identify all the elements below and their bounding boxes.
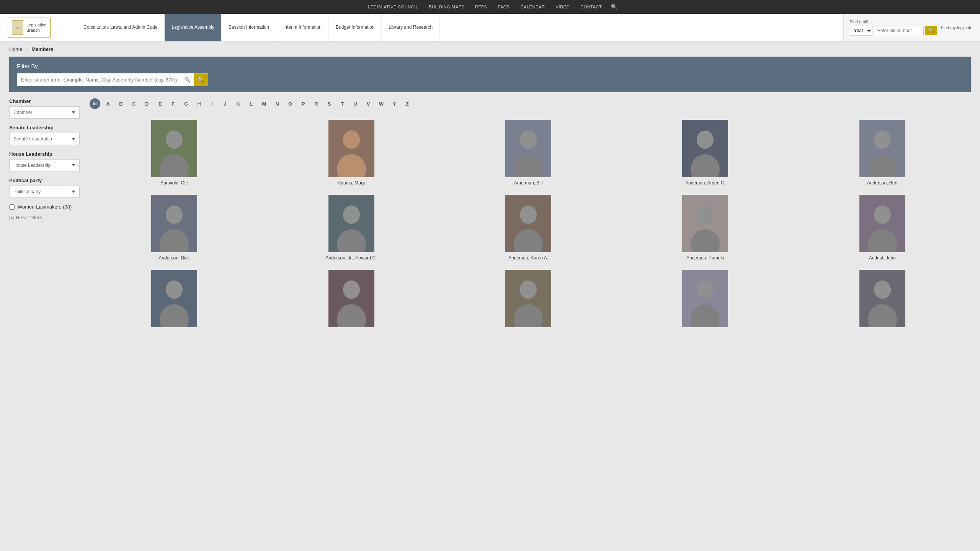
find-bill-label: Find a bill [850,20,937,24]
senate-leadership-select[interactable]: Senate Leadership [9,133,80,145]
member-card[interactable]: Andrist, John [794,190,971,265]
nav-constitution[interactable]: Constitution, Laws, and Admin Code [77,14,165,41]
svg-point-12 [697,130,714,149]
alpha-b-button[interactable]: B [116,98,126,109]
nav-legislative-council[interactable]: Legislative Council [363,5,424,9]
alpha-g-button[interactable]: G [181,98,191,109]
alpha-l-button[interactable]: L [246,98,256,109]
member-card[interactable]: Anderson, Pamela [617,190,794,265]
svg-point-9 [520,130,537,149]
member-card[interactable] [440,265,617,335]
nav-building-maps[interactable]: Building Maps [423,5,470,9]
bill-search-button[interactable]: 🔍 [925,26,937,35]
svg-point-39 [520,280,537,299]
nav-rfps[interactable]: RFPs [470,5,492,9]
member-photo [151,195,197,252]
political-party-select[interactable]: Political party [9,186,80,198]
nav-faqs[interactable]: FAQs [492,5,515,9]
women-lawmakers-label[interactable]: Women Lawmakers (98) [18,204,72,210]
alpha-n-button[interactable]: N [272,98,283,109]
house-leadership-filter-group: House Leadership House Leadership [9,151,80,171]
member-card[interactable]: Anderson, Jr., Howard C. [263,190,439,265]
members-area: All A B C D E F G H I J K L M N O P R S … [86,98,971,335]
member-card[interactable]: Anderson, Arden C. [617,115,794,190]
alpha-c-button[interactable]: C [129,98,139,109]
breadcrumb: Home › Members [0,42,980,57]
member-card[interactable]: Adams, Mary [263,115,439,190]
filter-search-input[interactable] [17,74,181,86]
house-leadership-select[interactable]: House Leadership [9,159,80,171]
find-legislator-section: Find my legislator [941,25,974,30]
main-nav: Constitution, Laws, and Admin Code Legis… [77,14,843,41]
member-card[interactable]: Aarsvold, Ole [86,115,263,190]
alpha-f-button[interactable]: F [168,98,178,109]
alpha-k-button[interactable]: K [233,98,243,109]
senate-leadership-filter-group: Senate Leadership Senate Leadership [9,125,80,145]
alpha-s-button[interactable]: S [324,98,335,109]
member-card[interactable] [263,265,439,335]
alpha-y-button[interactable]: Y [389,98,400,109]
member-photo [505,120,551,177]
alpha-o-button[interactable]: O [285,98,296,109]
alpha-r-button[interactable]: R [311,98,322,109]
svg-point-30 [874,205,891,224]
svg-point-27 [697,205,714,224]
alpha-m-button[interactable]: M [259,98,270,109]
member-photo [328,120,374,177]
breadcrumb-home[interactable]: Home [9,46,23,52]
alpha-w-button[interactable]: W [376,98,387,109]
nav-calendar[interactable]: Calendar [515,5,550,9]
nav-legislative-assembly[interactable]: Legislative Assembly [165,14,221,41]
svg-text:ND: ND [16,26,20,29]
svg-point-21 [343,205,360,224]
alpha-v-button[interactable]: V [363,98,374,109]
bill-number-input[interactable] [874,26,924,35]
member-card[interactable] [794,265,971,335]
page-body: Filter By 🔍 🔍 Chamber Chamber Senate Lea… [0,57,980,344]
chamber-select[interactable]: Chamber [9,106,80,119]
alpha-e-button[interactable]: E [155,98,165,109]
member-name: Anderson, Pamela [686,255,724,261]
breadcrumb-separator: › [26,46,28,52]
nav-interim-information[interactable]: Interim Information [276,14,329,41]
top-nav: Legislative Council Building Maps RFPs F… [0,0,980,14]
alpha-all-button[interactable]: All [90,98,100,109]
alpha-z-button[interactable]: Z [402,98,413,109]
alpha-t-button[interactable]: T [337,98,348,109]
women-lawmakers-checkbox[interactable] [9,204,15,210]
logo-box[interactable]: ND Legislative Branch [8,18,51,37]
alpha-j-button[interactable]: J [220,98,230,109]
alpha-h-button[interactable]: H [194,98,204,109]
svg-point-45 [874,280,891,299]
filter-search-button[interactable]: 🔍 [194,73,208,86]
member-card[interactable] [86,265,263,335]
alpha-u-button[interactable]: U [350,98,361,109]
reset-filters-link[interactable]: [x] Reset filters [9,215,42,220]
senate-leadership-label: Senate Leadership [9,125,80,130]
top-search-icon[interactable]: 🔍 [611,4,617,10]
member-card[interactable]: Amerman, Bill [440,115,617,190]
year-select[interactable]: Year [850,26,872,36]
nav-session-information[interactable]: Session Information [222,14,276,41]
find-bill-section: Find a bill Year 🔍 [850,20,937,36]
member-card[interactable]: Anderson, Karen A. [440,190,617,265]
member-name: Anderson, Bert [867,180,898,186]
nav-contact[interactable]: Contact [575,5,607,9]
alpha-p-button[interactable]: P [298,98,309,109]
site-header: ND Legislative Branch Constitution, Laws… [0,14,980,42]
member-photo [328,270,374,327]
alpha-a-button[interactable]: A [103,98,113,109]
alpha-d-button[interactable]: D [142,98,152,109]
member-card[interactable] [617,265,794,335]
nav-library-research[interactable]: Library and Research [382,14,440,41]
member-photo [682,270,728,327]
svg-point-6 [343,130,360,149]
nav-video[interactable]: Video [550,5,575,9]
nav-budget-information[interactable]: Budget Information [329,14,382,41]
member-name: Anderson, Arden C. [685,180,725,186]
content-layout: Chamber Chamber Senate Leadership Senate… [9,98,971,335]
member-card[interactable]: Anderson, Bert [794,115,971,190]
member-photo [151,270,197,327]
member-card[interactable]: Anderson, Dick [86,190,263,265]
alpha-i-button[interactable]: I [207,98,217,109]
